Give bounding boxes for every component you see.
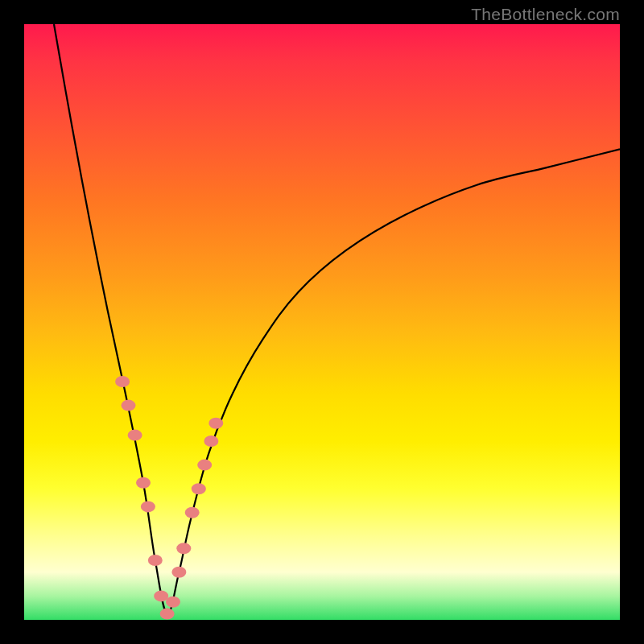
marker-dot [115, 376, 130, 387]
marker-dot [136, 477, 151, 489]
marker-dot [122, 400, 136, 411]
watermark-label: TheBottleneck.com [471, 5, 620, 24]
plot-area [24, 24, 620, 620]
marker-dot [160, 609, 175, 620]
curve-svg [24, 24, 620, 620]
chart-container: TheBottleneck.com [0, 0, 644, 644]
marker-dot [171, 567, 186, 578]
marker-dot [192, 483, 206, 494]
marker-dot [197, 460, 212, 471]
marker-dot [154, 590, 168, 601]
bottleneck-curve [54, 24, 620, 614]
marker-dot [176, 543, 191, 554]
marker-dot [141, 501, 155, 512]
marker-dot [148, 555, 163, 566]
marker-dots [115, 376, 223, 620]
marker-dot [185, 507, 200, 518]
marker-dot [166, 597, 180, 608]
marker-dot [204, 436, 218, 447]
marker-dot [128, 430, 142, 441]
marker-dot [208, 418, 223, 429]
